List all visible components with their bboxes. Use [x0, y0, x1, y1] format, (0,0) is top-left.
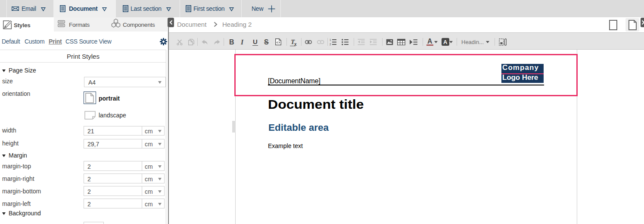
svg-text:2: 2 [330, 43, 331, 45]
svg-text:A: A [443, 39, 448, 45]
svg-text:1: 1 [330, 39, 331, 41]
